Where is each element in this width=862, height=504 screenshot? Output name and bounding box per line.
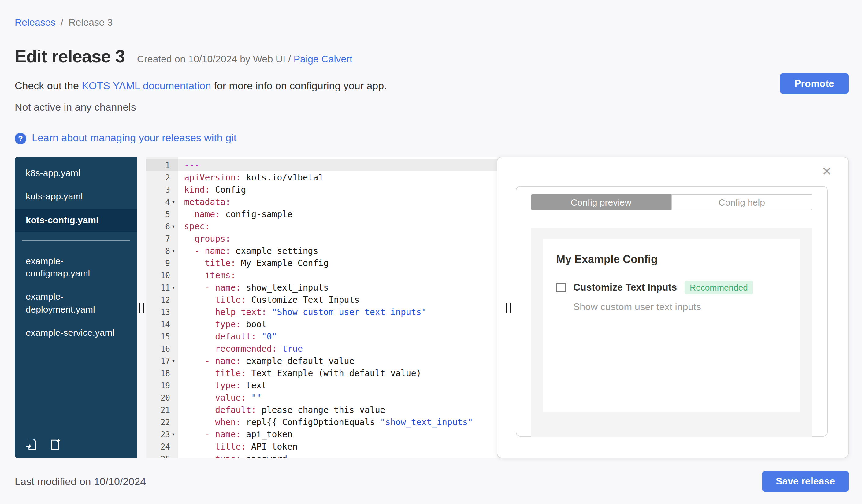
fold-arrow-icon[interactable]: ▾: [170, 284, 177, 291]
header: Edit release 3 Created on 10/10/2024 by …: [15, 47, 862, 67]
code-line: 13 help_text: "Show custom user text inp…: [146, 306, 497, 318]
yaml-code-editor[interactable]: 1---2apiVersion: kots.io/v1beta13kind: C…: [146, 157, 497, 458]
release-editor-page: Releases / Release 3 Edit release 3 Crea…: [0, 0, 862, 504]
created-by-author-link[interactable]: Paige Calvert: [293, 54, 352, 64]
line-number: 21: [160, 405, 170, 414]
code-line: 6▾spec:: [146, 220, 497, 233]
line-number: 18: [160, 369, 170, 378]
fold-arrow-icon[interactable]: ▾: [170, 223, 177, 229]
sidebar-file-actions: [25, 437, 62, 451]
fold-arrow-icon[interactable]: ▾: [170, 248, 177, 254]
file-sidebar: k8s-app.yamlkots-app.yamlkots-config.yam…: [15, 157, 137, 458]
breadcrumb-separator: /: [61, 17, 63, 27]
config-group-card: My Example Config Customize Text Inputs …: [543, 239, 800, 412]
sidebar-item-example-service.yaml[interactable]: example-service.yaml: [15, 321, 137, 345]
doc-info-line: Check out the KOTS YAML documentation fo…: [15, 80, 862, 92]
config-item-row: Customize Text Inputs Recommended: [556, 281, 787, 294]
code-line: 10 items:: [146, 269, 497, 281]
save-release-button[interactable]: Save release: [762, 471, 849, 492]
tab-config-help[interactable]: Config help: [671, 194, 812, 210]
last-modified-text: Last modified on 10/10/2024: [15, 476, 146, 488]
doc-info-prefix: Check out the: [15, 80, 79, 92]
line-number: 1: [165, 161, 170, 170]
line-number: 16: [160, 344, 170, 353]
line-number: 4: [165, 197, 170, 207]
line-number: 3: [165, 185, 170, 194]
line-number: 9: [165, 258, 170, 268]
kots-yaml-doc-link[interactable]: KOTS YAML documentation: [82, 80, 211, 92]
line-number: 7: [165, 234, 170, 243]
editor-block: k8s-app.yamlkots-app.yamlkots-config.yam…: [15, 157, 849, 458]
tab-config-preview[interactable]: Config preview: [531, 194, 671, 210]
line-number: 12: [160, 295, 170, 304]
preview-content-area: My Example Config Customize Text Inputs …: [531, 227, 812, 437]
sidebar-item-example-deployment.yaml[interactable]: example-deployment.yaml: [15, 285, 137, 321]
sidebar-item-example-configmap.yaml[interactable]: example-configmap.yaml: [15, 250, 137, 285]
question-icon[interactable]: ?: [15, 132, 26, 144]
code-line: 8▾ - name: example_settings: [146, 245, 497, 257]
line-number: 10: [160, 271, 170, 280]
file-list-top: k8s-app.yamlkots-app.yamlkots-config.yam…: [15, 161, 137, 232]
line-number: 14: [160, 320, 170, 329]
preview-tabs: Config preview Config help: [531, 194, 812, 210]
fold-arrow-icon[interactable]: ▾: [170, 431, 177, 437]
line-number: 19: [160, 381, 170, 390]
import-file-icon[interactable]: [25, 437, 38, 451]
git-help-line: ? Learn about managing your releases wit…: [15, 132, 862, 144]
line-number: 23: [160, 430, 170, 439]
code-line: 17▾ - name: example_default_value: [146, 355, 497, 367]
code-line: 23▾ - name: api_token: [146, 428, 497, 440]
promote-button[interactable]: Promote: [780, 74, 849, 94]
code-line: 5 name: config-sample: [146, 208, 497, 220]
preview-resize-handle[interactable]: [506, 303, 511, 312]
new-file-icon[interactable]: [49, 437, 62, 451]
breadcrumb-releases-link[interactable]: Releases: [15, 17, 55, 27]
channel-status: Not active in any channels: [15, 102, 862, 114]
line-number: 2: [165, 173, 170, 182]
breadcrumb-current: Release 3: [68, 17, 113, 27]
fold-arrow-icon[interactable]: ▾: [170, 199, 177, 205]
code-lines: 1---2apiVersion: kots.io/v1beta13kind: C…: [146, 157, 497, 458]
code-line: 24 title: API token: [146, 440, 497, 453]
created-on-text: Created on 10/10/2024 by Web UI / Paige …: [137, 54, 352, 65]
code-line: 4▾metadata:: [146, 196, 497, 208]
line-number: 8: [165, 246, 170, 255]
line-number: 17: [160, 356, 170, 366]
config-preview-card: Config preview Config help My Example Co…: [516, 186, 828, 437]
code-line: 16 recommended: true: [146, 343, 497, 355]
sidebar-item-kots-app.yaml[interactable]: kots-app.yaml: [15, 185, 137, 209]
sidebar-item-kots-config.yaml[interactable]: kots-config.yaml: [15, 208, 137, 232]
code-line: 22 when: repl{{ ConfigOptionEquals "show…: [146, 416, 497, 428]
line-number: 22: [160, 417, 170, 427]
line-number: 20: [160, 393, 170, 402]
code-line: 1---: [146, 159, 497, 171]
file-list-bottom: example-configmap.yamlexample-deployment…: [15, 250, 137, 345]
config-preview-panel: ✕ Config preview Config help My Example …: [497, 157, 849, 458]
close-icon[interactable]: ✕: [818, 164, 836, 178]
line-number: 25: [160, 454, 170, 458]
config-item-label: Customize Text Inputs: [573, 282, 677, 293]
customize-text-inputs-checkbox[interactable]: [556, 282, 566, 292]
config-group-title: My Example Config: [556, 253, 787, 266]
code-line: 11▾ - name: show_text_inputs: [146, 281, 497, 294]
code-line: 18 title: Text Example (with default val…: [146, 367, 497, 379]
code-line: 15 default: "0": [146, 330, 497, 343]
sidebar-editor-gap: [137, 157, 146, 458]
breadcrumb: Releases / Release 3: [15, 17, 862, 28]
recommended-badge: Recommended: [684, 281, 754, 294]
config-item-help-text: Show custom user text inputs: [556, 302, 787, 313]
page-title: Edit release 3: [15, 47, 125, 67]
git-releases-help-link[interactable]: Learn about managing your releases with …: [32, 132, 236, 144]
code-line: 25 type: password: [146, 453, 497, 458]
line-number: 15: [160, 332, 170, 341]
code-line: 3kind: Config: [146, 184, 497, 196]
line-number: 11: [160, 283, 170, 292]
sidebar-item-k8s-app.yaml[interactable]: k8s-app.yaml: [15, 161, 137, 185]
line-number: 13: [160, 307, 170, 317]
sidebar-resize-handle[interactable]: [139, 303, 144, 312]
code-line: 14 type: bool: [146, 318, 497, 330]
code-line: 20 value: "": [146, 392, 497, 404]
fold-arrow-icon[interactable]: ▾: [170, 358, 177, 364]
line-number: 6: [165, 222, 170, 231]
doc-info-suffix: for more info on configuring your app.: [214, 80, 387, 92]
